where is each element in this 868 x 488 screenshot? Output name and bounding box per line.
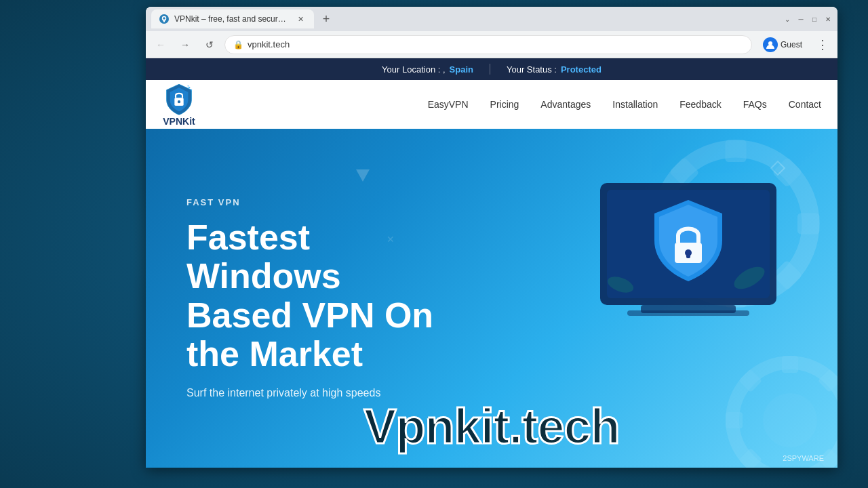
hero-text-area: FAST VPN Fastest Windows Based VPN On th… <box>186 197 471 399</box>
svg-point-5 <box>191 89 193 91</box>
hero-title: Fastest Windows Based VPN On the Market <box>186 218 471 373</box>
reload-button[interactable]: ↺ <box>200 35 219 54</box>
tab-close-button[interactable]: ✕ <box>295 14 306 24</box>
logo-text: VPNKit <box>163 116 195 127</box>
vpnkit-logo-icon <box>162 82 196 116</box>
watermark-text: Vpnkit.tech <box>363 399 619 454</box>
shield-graphic <box>559 142 817 359</box>
active-tab[interactable]: VPNkit – free, fast and secure VP... ✕ <box>151 9 314 28</box>
window-controls: ⌄ ─ □ ✕ <box>783 15 832 23</box>
nav-feedback[interactable]: Feedback <box>679 99 721 110</box>
tab-bar: VPNkit – free, fast and secure VP... ✕ + <box>151 9 781 28</box>
location-value: Spain <box>450 64 473 75</box>
location-status: Your Location : , Spain <box>366 64 490 75</box>
tab-favicon <box>159 14 169 24</box>
vpn-status: Your Status : Protected <box>490 64 618 75</box>
nav-pricing[interactable]: Pricing <box>490 99 519 110</box>
more-options-button[interactable]: ⋮ <box>813 35 832 54</box>
gear-decoration-2 <box>722 352 837 468</box>
nav-advantages[interactable]: Advantages <box>540 99 591 110</box>
svg-rect-25 <box>726 412 743 428</box>
hero-title-line3: the Market <box>186 334 363 373</box>
back-button[interactable]: ← <box>151 35 170 54</box>
spyware-badge: 2SPYWARE <box>783 454 824 462</box>
tab-list-button[interactable]: ⌄ <box>783 15 791 23</box>
deco-triangle <box>356 169 370 182</box>
logo-area[interactable]: VPNKit <box>162 82 196 127</box>
hero-section: ✕ ✕ <box>146 129 837 468</box>
svg-rect-30 <box>627 310 749 316</box>
svg-point-4 <box>189 87 191 89</box>
address-bar-row: ← → ↺ 🔒 vpnkit.tech Guest ⋮ <box>146 31 837 58</box>
nav-installation[interactable]: Installation <box>612 99 658 110</box>
hero-description: Surf the internet privately at high spee… <box>186 387 471 399</box>
location-label: Your Location : , <box>382 64 445 75</box>
hero-title-line2: Based VPN On <box>186 296 433 335</box>
site-navigation: VPNKit EasyVPN Pricing Advantages Instal… <box>146 80 837 129</box>
svg-point-3 <box>178 100 180 103</box>
maximize-button[interactable]: □ <box>810 15 818 23</box>
nav-links: EasyVPN Pricing Advantages Installation … <box>428 99 821 110</box>
profile-button[interactable]: Guest <box>757 35 808 55</box>
url-text: vpnkit.tech <box>248 39 290 49</box>
minimize-button[interactable]: ─ <box>797 15 805 23</box>
status-bar: Your Location : , Spain Your Status : Pr… <box>146 58 837 80</box>
title-bar: VPNkit – free, fast and secure VP... ✕ +… <box>146 7 837 31</box>
svg-point-6 <box>188 85 189 87</box>
profile-avatar <box>763 37 778 52</box>
svg-rect-33 <box>686 253 690 258</box>
nav-contact[interactable]: Contact <box>789 99 821 110</box>
lock-icon: 🔒 <box>233 40 243 49</box>
address-bar[interactable]: 🔒 vpnkit.tech <box>224 35 752 54</box>
svg-point-18 <box>763 393 817 447</box>
nav-easyvpn[interactable]: EasyVPN <box>428 99 469 110</box>
hero-title-line1: Fastest Windows <box>186 218 341 296</box>
new-tab-button[interactable]: + <box>317 9 336 28</box>
nav-faqs[interactable]: FAQs <box>743 99 767 110</box>
browser-window: VPNkit – free, fast and secure VP... ✕ +… <box>146 7 837 468</box>
website-content: Your Location : , Spain Your Status : Pr… <box>146 58 837 468</box>
status-value: Protected <box>561 64 601 75</box>
forward-button[interactable]: → <box>176 35 195 54</box>
profile-name: Guest <box>781 40 802 49</box>
close-button[interactable]: ✕ <box>824 15 832 23</box>
tab-title: VPNkit – free, fast and secure VP... <box>174 14 290 24</box>
hero-subtitle: FAST VPN <box>186 197 471 207</box>
status-label: Your Status : <box>507 64 557 75</box>
